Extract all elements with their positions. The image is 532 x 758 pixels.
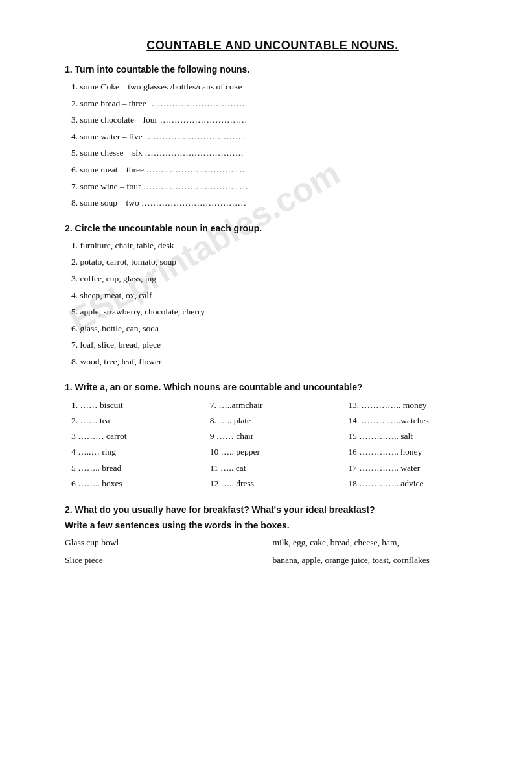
section1-header: 1. Turn into countable the following nou…: [65, 64, 480, 75]
list-item: 11 ….. cat: [210, 460, 342, 476]
section3: 1. Write a, an or some. Which nouns are …: [65, 382, 480, 492]
section2-header: 2. Circle the uncountable noun in each g…: [65, 223, 480, 233]
list-item: 8. some soup – two ………………………………: [71, 196, 480, 210]
list-item: 16 ………….. honey: [348, 444, 480, 460]
section4-header2: Write a few sentences using the words in…: [65, 520, 480, 530]
col3: 13. ………….. money 14. …………..watches 15 ………: [348, 397, 480, 492]
list-item: 12 ….. dress: [210, 476, 342, 492]
list-item: 15 ………….. salt: [348, 429, 480, 444]
list-item: 2. some bread – three ……………………………: [71, 97, 480, 111]
list-item: 6 …….. boxes: [71, 476, 203, 492]
exercise3-grid: 1. …… biscuit 2. …… tea 3 ……… carrot 4 ……: [65, 397, 480, 492]
list-item: 7. …..armchair: [210, 397, 342, 413]
list-item: 3. coffee, cup, glass, jug: [71, 272, 480, 286]
col1: 1. …… biscuit 2. …… tea 3 ……… carrot 4 ……: [71, 397, 203, 492]
list-item: 14. …………..watches: [348, 413, 480, 429]
breakfast-grid: Glass cup bowl milk, egg, cake, bread, c…: [65, 536, 480, 568]
list-item: 4. sheep, meat, ox, calf: [71, 289, 480, 303]
list-item: 1. …… biscuit: [71, 397, 203, 413]
list-item: 6. glass, bottle, can, soda: [71, 322, 480, 336]
page-title: COUNTABLE AND UNCOUNTABLE NOUNS.: [65, 39, 480, 53]
list-item: 3 ……… carrot: [71, 429, 203, 444]
section4-header1: 2. What do you usually have for breakfas…: [65, 504, 480, 515]
section1: 1. Turn into countable the following nou…: [65, 64, 480, 210]
list-item: 5 …….. bread: [71, 460, 203, 476]
section4: 2. What do you usually have for breakfas…: [65, 504, 480, 568]
list-item: 7. loaf, slice, bread, piece: [71, 338, 480, 352]
list-item: 8. wood, tree, leaf, flower: [71, 355, 480, 369]
list-item: 6. some meat – three …………………………….: [71, 163, 480, 177]
breakfast-right1: milk, egg, cake, bread, cheese, ham,: [273, 536, 481, 551]
section2: 2. Circle the uncountable noun in each g…: [65, 223, 480, 369]
list-item: 13. ………….. money: [348, 397, 480, 413]
section3-header: 1. Write a, an or some. Which nouns are …: [65, 382, 480, 392]
list-item: 2. potato, carrot, tomato, soup: [71, 255, 480, 269]
breakfast-left1: Glass cup bowl: [65, 536, 273, 551]
col2: 7. …..armchair 8. ….. plate 9 …… chair 1…: [210, 397, 342, 492]
list-item: 10 ….. pepper: [210, 444, 342, 460]
list-item: 17 ………….. water: [348, 460, 480, 476]
list-item: 9 …… chair: [210, 429, 342, 444]
list-item: 1. furniture, chair, table, desk: [71, 239, 480, 253]
list-item: 4 …..… ring: [71, 444, 203, 460]
list-item: 5. apple, strawberry, chocolate, cherry: [71, 305, 480, 319]
list-item: 18 ………….. advice: [348, 476, 480, 492]
list-item: 1. some Coke – two glasses /bottles/cans…: [71, 80, 480, 94]
list-item: 2. …… tea: [71, 413, 203, 429]
list-item: 8. ….. plate: [210, 413, 342, 429]
list-item: 4. some water – five ……………………………..: [71, 130, 480, 144]
breakfast-left2: Slice piece: [65, 553, 273, 568]
list-item: 5. some chesse – six …………………………….: [71, 146, 480, 160]
section2-list: 1. furniture, chair, table, desk 2. pota…: [65, 239, 480, 369]
list-item: 3. some chocolate – four …………………………: [71, 113, 480, 127]
breakfast-right2: banana, apple, orange juice, toast, corn…: [273, 553, 481, 568]
section1-list: 1. some Coke – two glasses /bottles/cans…: [65, 80, 480, 210]
list-item: 7. some wine – four ………………………………: [71, 180, 480, 194]
